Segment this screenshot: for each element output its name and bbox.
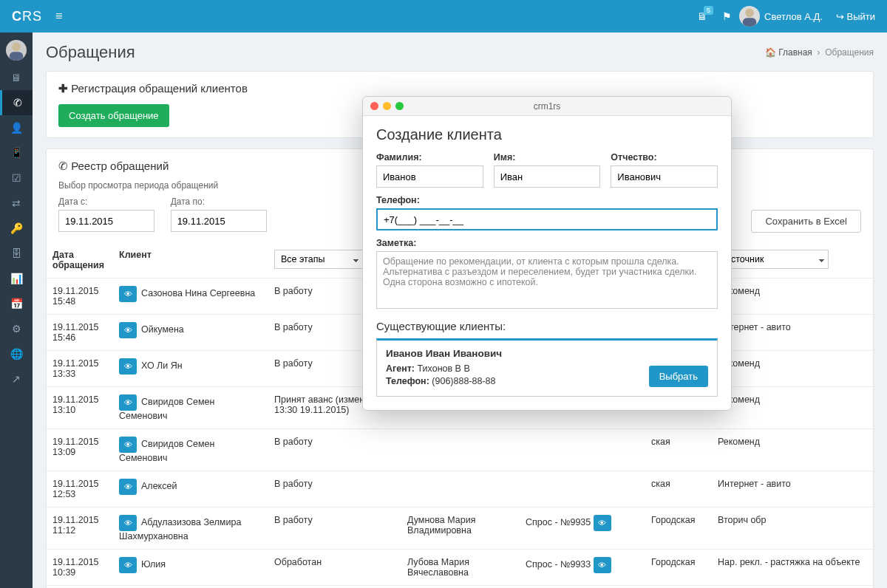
logout-link[interactable]: Выйти	[836, 11, 875, 22]
view-icon[interactable]: 👁	[119, 479, 137, 495]
view-icon[interactable]: 👁	[119, 557, 137, 573]
user-name[interactable]: Светлов А.Д.	[764, 11, 823, 22]
sidebar-item-keys[interactable]: 🔑	[0, 216, 33, 241]
table-row: 19.11.201510:39👁ЮлияОбработанЛубова Мари…	[47, 550, 873, 586]
sidebar-item-calendar[interactable]: 📅	[0, 291, 33, 316]
notif-badge: 5	[704, 6, 713, 15]
modal-title: Создание клиента	[376, 126, 718, 143]
sidebar-item-check[interactable]: ☑	[0, 165, 33, 191]
sidebar-item-calls[interactable]: ✆	[0, 90, 33, 115]
sidebar-item-external[interactable]: ↗	[0, 366, 33, 392]
monitor-icon[interactable]: 🖥5	[697, 10, 707, 22]
view-icon[interactable]: 👁	[119, 437, 137, 453]
sidebar-item-db[interactable]: 🗄	[0, 241, 33, 266]
phone-input[interactable]	[376, 208, 718, 230]
stage-filter-select[interactable]: Все этапы	[274, 250, 363, 269]
page-title: Обращения	[46, 43, 135, 62]
lastname-input[interactable]	[376, 165, 483, 188]
date-to-input[interactable]	[171, 210, 267, 232]
existing-client-card: Иванов Иван Иванович Агент: Тихонов В В …	[376, 338, 718, 397]
phone-label: Телефон:	[376, 195, 718, 205]
menu-toggle-icon[interactable]: ≡	[55, 10, 62, 23]
existing-client-name: Иванов Иван Иванович	[386, 348, 708, 359]
sidebar-item-mobile[interactable]: 📱	[0, 140, 33, 165]
date-from-input[interactable]	[58, 210, 154, 232]
note-label: Заметка:	[376, 238, 718, 248]
view-icon[interactable]: 👁	[119, 394, 137, 411]
note-textarea[interactable]: Обращение по рекомендации, от клиента с …	[376, 251, 718, 309]
sidebar-item-user[interactable]: 👤	[0, 115, 33, 140]
topbar: CRS ≡ 🖥5 ⚑ Светлов А.Д. Выйти	[0, 0, 887, 33]
view-icon[interactable]: 👁	[119, 515, 137, 531]
flag-icon[interactable]: ⚑	[722, 10, 732, 22]
window-title: crm1rs	[363, 101, 731, 112]
lastname-label: Фамилия:	[376, 152, 483, 163]
table-row: 19.11.201510:13👁Мясников Николай Андреев…	[47, 586, 873, 589]
sidebar-item-gears[interactable]: ⚙	[0, 316, 33, 341]
date-to-label: Дата по:	[171, 196, 267, 207]
firstname-input[interactable]	[494, 165, 601, 188]
table-row: 19.11.201511:12👁Абдулазизова Зелмира Шах…	[47, 507, 873, 550]
svg-point-0	[745, 9, 754, 18]
select-client-button[interactable]: Выбрать	[649, 366, 708, 387]
save-excel-button[interactable]: Сохранить в Excel	[751, 210, 861, 233]
source-filter-select[interactable]: Источник	[718, 250, 829, 269]
sidebar-item-globe[interactable]: 🌐	[0, 341, 33, 366]
view-icon[interactable]: 👁	[119, 358, 137, 375]
view-icon[interactable]: 👁	[594, 557, 611, 573]
svg-point-2	[12, 43, 21, 52]
view-icon[interactable]: 👁	[119, 286, 137, 302]
middlename-label: Отчество:	[611, 152, 718, 163]
table-row: 19.11.201513:09👁Свиридов Семен Семенович…	[47, 429, 873, 471]
col-date: Дата обращения	[47, 242, 113, 278]
avatar[interactable]	[739, 6, 760, 27]
create-client-modal: crm1rs Создание клиента Фамилия: Имя: От…	[362, 96, 732, 411]
sidebar-item-chart[interactable]: 📊	[0, 266, 33, 291]
register-title: Регистрация обращений клиентов	[58, 82, 861, 95]
table-row: 19.11.201512:53👁АлексейВ работускаяИнтер…	[47, 471, 873, 507]
firstname-label: Имя:	[494, 152, 601, 163]
col-client: Клиент	[113, 242, 268, 278]
view-icon[interactable]: 👁	[119, 322, 137, 338]
sidebar-avatar[interactable]	[6, 40, 27, 61]
middlename-input[interactable]	[611, 165, 718, 188]
existing-title: Существующие клиенты:	[376, 320, 718, 332]
sidebar: 🖥 ✆ 👤 📱 ☑ ⇄ 🔑 🗄 📊 📅 ⚙ 🌐 ↗	[0, 33, 33, 588]
crumb-home[interactable]: Главная	[778, 47, 812, 58]
sidebar-item-shuffle[interactable]: ⇄	[0, 191, 33, 216]
svg-rect-1	[743, 18, 757, 27]
view-icon[interactable]: 👁	[594, 515, 611, 531]
breadcrumb: 🏠 Главная › Обращения	[765, 47, 874, 58]
create-request-button[interactable]: Создать обращение	[58, 104, 169, 127]
window-titlebar[interactable]: crm1rs	[363, 97, 731, 116]
svg-rect-3	[10, 52, 24, 61]
brand: CRS	[12, 9, 42, 24]
date-from-label: Дата с:	[58, 196, 154, 207]
sidebar-item-monitor[interactable]: 🖥	[0, 65, 33, 90]
